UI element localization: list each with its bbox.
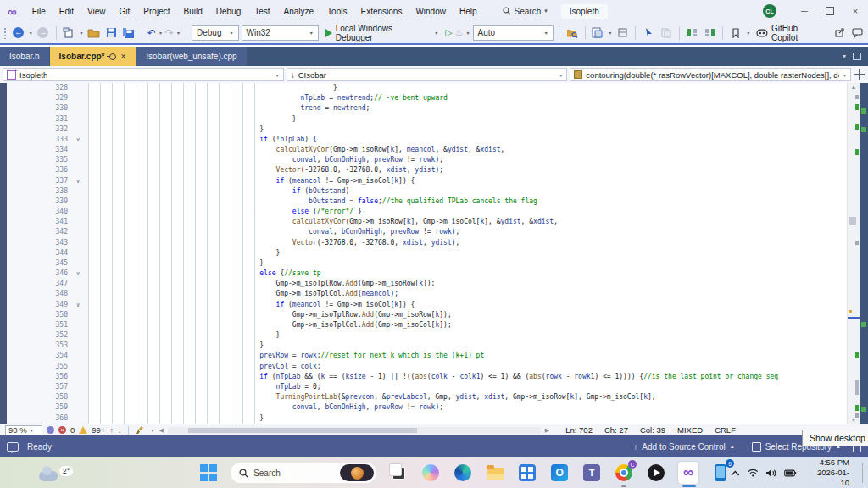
code-editor[interactable]: 328 }329 nTpLab = newtrend;// -ve bent u…	[0, 83, 868, 424]
encoding-indicator[interactable]: MIXED	[677, 425, 703, 435]
menu-tools[interactable]: Tools	[320, 4, 353, 19]
search-highlight-image[interactable]	[340, 464, 374, 481]
line-number[interactable]: 341	[0, 217, 68, 227]
weather-widget[interactable]: 2°	[39, 464, 73, 481]
code-line-353[interactable]: 353 }	[0, 341, 848, 351]
editor-vertical-scrollbar[interactable]: ▲ ▼	[847, 83, 860, 424]
line-number[interactable]: 350	[0, 310, 68, 320]
menu-edit[interactable]: Edit	[53, 4, 81, 19]
line-number[interactable]: 346	[0, 269, 68, 279]
splitter-icon[interactable]	[854, 69, 865, 80]
line-number[interactable]: 344	[0, 248, 68, 258]
hscroll-left-icon[interactable]: ◀	[159, 427, 163, 434]
user-avatar[interactable]: CL	[763, 4, 776, 18]
toolbar-grip[interactable]	[3, 27, 7, 39]
code-line-335[interactable]: 335 conval, bConOnHigh, prevRow != rowk)…	[0, 155, 848, 165]
line-number[interactable]: 331	[0, 114, 68, 125]
solution-platform-dropdown[interactable]: Win32 ▾	[242, 25, 319, 41]
code-cleanup-icon[interactable]	[136, 425, 146, 435]
menu-file[interactable]: File	[25, 4, 53, 19]
code-line-345[interactable]: 345 }	[0, 258, 848, 269]
previous-issue-button[interactable]: ↑	[109, 426, 114, 435]
indent-increase-icon[interactable]	[703, 25, 718, 41]
outlook-button[interactable]: O	[549, 463, 570, 483]
bookmark-button[interactable]	[728, 25, 743, 41]
close-button[interactable]: ×	[843, 1, 868, 21]
float-window-icon[interactable]	[853, 53, 861, 60]
find-in-files-button[interactable]	[565, 25, 580, 41]
minimize-button[interactable]: ─	[792, 1, 817, 21]
line-number[interactable]: 336	[0, 165, 68, 175]
code-line-338[interactable]: 338 if (bOutstand)	[0, 186, 848, 197]
line-number[interactable]: 354	[0, 351, 68, 361]
line-number[interactable]: 348	[0, 289, 68, 299]
hot-reload-button[interactable]: ♨	[455, 27, 464, 38]
code-line-350[interactable]: 350 Gmp->m_isoTplRow.Add(Gmp->m_isoRow[k…	[0, 310, 848, 320]
scroll-down-icon[interactable]: ▼	[848, 417, 860, 423]
line-number[interactable]: 353	[0, 341, 68, 351]
member-dropdown[interactable]: contouring(double(* rasRowVector)[MAXCOL…	[570, 68, 851, 81]
edge-button[interactable]	[453, 463, 473, 483]
tab-isobar-web-unsafe-cpp[interactable]: Isobar(web_unsafe).cpp	[136, 47, 246, 66]
code-line-360[interactable]: 360 }	[0, 413, 848, 424]
indent-decrease-icon[interactable]	[685, 25, 700, 41]
tab-list-chevron-icon[interactable]: ▾	[843, 53, 846, 60]
code-line-333[interactable]: 333∨ if (!nTpLab) {	[0, 135, 848, 145]
project-dropdown[interactable]: Isopleth ▾	[3, 68, 284, 81]
line-number[interactable]: 334	[0, 145, 68, 155]
line-number[interactable]: 345	[0, 258, 68, 269]
battery-icon[interactable]	[784, 469, 797, 477]
start-button[interactable]	[198, 463, 219, 483]
editor-horizontal-scrollbar[interactable]	[168, 427, 541, 434]
fold-collapse-icon[interactable]: ∨	[68, 269, 88, 279]
save-button[interactable]	[103, 25, 119, 41]
code-line-351[interactable]: 351 Gmp->m_isoTplCol.Add(Gmp->m_isoCol[k…	[0, 320, 848, 330]
close-tab-icon[interactable]: ×	[120, 52, 127, 61]
line-number[interactable]: 356	[0, 372, 68, 382]
code-line-349[interactable]: 349∨ if (meancol != Gmp->m_isoCol[k]) {	[0, 300, 848, 310]
feedback-bubble-icon[interactable]	[7, 442, 19, 452]
line-number[interactable]: 337	[0, 176, 68, 186]
line-ending-indicator[interactable]: CRLF	[715, 425, 736, 435]
code-line-347[interactable]: 347 Gmp->m_isoTplRow.Add(Gmp->m_isoRow[k…	[0, 279, 848, 289]
line-number[interactable]: 358	[0, 392, 68, 402]
tab-isobar-h[interactable]: Isobar.h	[0, 47, 49, 66]
cursor-tool-icon[interactable]	[641, 25, 656, 41]
line-number[interactable]: 359	[0, 402, 68, 413]
line-number[interactable]: 329	[0, 93, 68, 103]
menu-view[interactable]: View	[81, 4, 113, 19]
code-cleanup-chevron-icon[interactable]: ▾	[150, 427, 154, 433]
line-number[interactable]: 333	[0, 135, 68, 145]
next-issue-button[interactable]: ↓	[118, 426, 122, 435]
visual-studio-button[interactable]: ∞	[678, 463, 698, 483]
menu-window[interactable]: Window	[409, 4, 453, 19]
code-line-337[interactable]: 337∨ if (meancol != Gmp->m_isoCol[k]) {	[0, 176, 848, 186]
line-number[interactable]: 351	[0, 320, 68, 330]
line-number[interactable]: 342	[0, 227, 68, 237]
line-number[interactable]: 357	[0, 382, 68, 392]
tab-isobar-cpp[interactable]: Isobar.cpp*×	[50, 47, 136, 66]
type-dropdown[interactable]: ↓ CIsobar ▾	[287, 68, 568, 81]
copilot-app-button[interactable]	[420, 463, 441, 483]
code-line-357[interactable]: 357 nTpLab = 0;	[0, 382, 848, 392]
menu-git[interactable]: Git	[113, 4, 137, 19]
line-number[interactable]: 343	[0, 238, 68, 248]
code-line-330[interactable]: 330 trend = newtrend;	[0, 103, 848, 114]
zoom-dropdown[interactable]: 90 % ▾	[5, 425, 42, 435]
hscroll-thumb[interactable]	[188, 428, 417, 433]
menu-test[interactable]: Test	[248, 4, 276, 19]
line-number[interactable]: 355	[0, 362, 68, 372]
menu-analyze[interactable]: Analyze	[277, 4, 321, 19]
taskbar-clock[interactable]: 4:56 PM 2026-01-10	[810, 458, 849, 488]
menu-debug[interactable]: Debug	[209, 4, 248, 19]
maximize-button[interactable]	[817, 1, 843, 21]
code-line-328[interactable]: 328 }	[0, 83, 848, 93]
solution-explorer-chevron-icon[interactable]: ▾	[608, 30, 612, 36]
line-number[interactable]: 335	[0, 155, 68, 165]
hot-reload-chevron-icon[interactable]: ▾	[466, 30, 470, 36]
undo-button[interactable]: ↶	[147, 27, 156, 39]
code-line-332[interactable]: 332 }	[0, 125, 848, 135]
line-indicator[interactable]: Ln: 702	[565, 425, 593, 435]
line-number[interactable]: 339	[0, 197, 68, 207]
code-line-348[interactable]: 348 Gmp->m_isoTplCol.Add(meancol);	[0, 289, 848, 299]
